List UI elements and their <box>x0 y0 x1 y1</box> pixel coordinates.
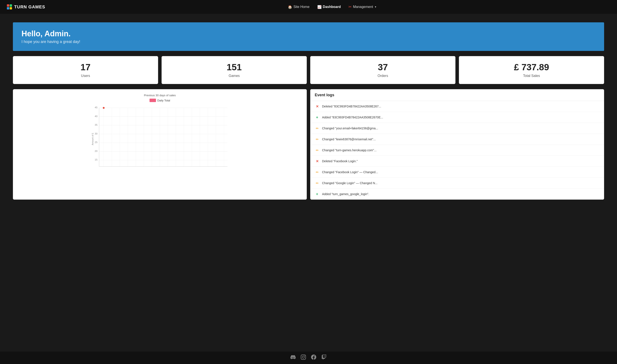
legend-color-box <box>150 99 156 102</box>
facebook-icon[interactable] <box>311 354 316 361</box>
event-text: Added "turn_games_google_login". <box>322 192 369 196</box>
delete-icon: ✕ <box>315 159 320 164</box>
svg-text:30: 30 <box>95 132 98 135</box>
chart-svg: 45 40 35 30 25 20 15 Amount of £ <box>17 105 302 173</box>
twitch-icon[interactable] <box>321 354 327 361</box>
list-item: ✏ Changed "Facebook Login" — Changed... <box>310 167 604 178</box>
edit-icon: ✏ <box>315 126 320 131</box>
list-item: ✕ Deleted "Facebook Login." <box>310 156 604 167</box>
event-text: Changed "your.email+faker64156@gma... <box>322 127 378 130</box>
nav-links: 🏠 Site Home 📈 Dashboard ✂ Management ▾ <box>288 4 376 9</box>
stat-orders: 37 Orders <box>310 56 455 84</box>
edit-icon: ✏ <box>315 170 320 174</box>
list-item: + Added "83C993FD4B78422AA3508E2670E... <box>310 112 604 123</box>
chart-area: 45 40 35 30 25 20 15 Amount of £ <box>17 105 302 173</box>
event-text: Added "83C993FD4B78422AA3508E2670E... <box>322 116 383 119</box>
stat-games-value: 151 <box>166 62 302 72</box>
event-text: Changed "Facebook Login" — Changed... <box>322 170 378 174</box>
nav-management[interactable]: ✂ Management ▾ <box>348 4 376 9</box>
list-item: ✏ Changed "your.email+faker64156@gma... <box>310 123 604 134</box>
add-icon: + <box>315 192 320 196</box>
lower-row: Previous 30 days of sales Daily Total 45… <box>13 89 604 200</box>
scissors-icon: ✂ <box>348 4 352 9</box>
nav-site-home[interactable]: 🏠 Site Home <box>288 5 309 9</box>
logo-icon <box>7 4 12 10</box>
chart-title: Previous 30 days of sales <box>17 94 302 97</box>
navigation: TURN GAMES 🏠 Site Home 📈 Dashboard ✂ Man… <box>0 0 617 14</box>
edit-icon: ✏ <box>315 181 320 185</box>
svg-text:25: 25 <box>95 141 98 143</box>
instagram-icon[interactable] <box>301 354 306 361</box>
stat-sales-value: £ 737.89 <box>463 62 600 72</box>
hero-subtext: I hope you are having a great day! <box>22 39 595 44</box>
sales-chart-card: Previous 30 days of sales Daily Total 45… <box>13 89 307 200</box>
event-logs-card: Event logs ✕ Deleted "83C993FD4B78422AA3… <box>310 89 604 200</box>
svg-point-33 <box>103 107 105 109</box>
list-item: ✏ Changed "turn-games.herokuapp.com"... <box>310 145 604 156</box>
svg-text:45: 45 <box>95 106 98 109</box>
delete-icon: ✕ <box>315 104 320 109</box>
stat-orders-label: Orders <box>315 74 451 78</box>
chart-legend: Daily Total <box>17 99 302 102</box>
stat-games-label: Games <box>166 74 302 78</box>
logo-text: TURN GAMES <box>14 4 45 10</box>
list-item: ✕ Deleted "83C993FD4B78422AA3508E267... <box>310 101 604 112</box>
svg-text:35: 35 <box>95 123 98 126</box>
svg-text:40: 40 <box>95 115 98 117</box>
list-item: ✏ Changed "Google Login" — Changed N... <box>310 178 604 189</box>
home-icon: 🏠 <box>288 5 292 9</box>
nav-dashboard[interactable]: 📈 Dashboard <box>317 5 341 9</box>
dropdown-arrow-icon: ▾ <box>375 5 376 8</box>
legend-label: Daily Total <box>157 99 170 102</box>
stat-sales: £ 737.89 Total Sales <box>459 56 604 84</box>
stat-users-value: 17 <box>17 62 154 72</box>
main-content: Hello, Admin. I hope you are having a gr… <box>0 14 617 351</box>
stat-users: 17 Users <box>13 56 158 84</box>
chart-icon: 📈 <box>317 5 321 9</box>
list-item: + Added "turn_games_google_login". <box>310 189 604 199</box>
event-text: Deleted "83C993FD4B78422AA3508E267... <box>322 105 381 108</box>
event-text: Changed "Google Login" — Changed N... <box>322 181 377 185</box>
event-text: Deleted "Facebook Login." <box>322 159 358 163</box>
svg-text:15: 15 <box>95 158 98 161</box>
svg-text:20: 20 <box>95 150 98 152</box>
list-item: ✏ Changed "lewiv63876@mrisemail.net"... <box>310 134 604 145</box>
stat-users-label: Users <box>17 74 154 78</box>
event-text: Changed "lewiv63876@mrisemail.net"... <box>322 138 376 141</box>
hero-banner: Hello, Admin. I hope you are having a gr… <box>13 22 604 51</box>
stat-sales-label: Total Sales <box>463 74 600 78</box>
discord-icon[interactable] <box>290 354 296 361</box>
logo[interactable]: TURN GAMES <box>7 4 45 10</box>
footer <box>0 351 617 364</box>
svg-text:Amount of £: Amount of £ <box>91 133 94 145</box>
event-text: Changed "turn-games.herokuapp.com"... <box>322 148 377 152</box>
hero-heading: Hello, Admin. <box>22 29 595 38</box>
stat-orders-value: 37 <box>315 62 451 72</box>
stat-games: 151 Games <box>162 56 307 84</box>
events-header: Event logs <box>310 89 604 101</box>
edit-icon: ✏ <box>315 137 320 142</box>
stats-row: 17 Users 151 Games 37 Orders £ 737.89 To… <box>13 56 604 84</box>
edit-icon: ✏ <box>315 148 320 153</box>
add-icon: + <box>315 115 320 120</box>
